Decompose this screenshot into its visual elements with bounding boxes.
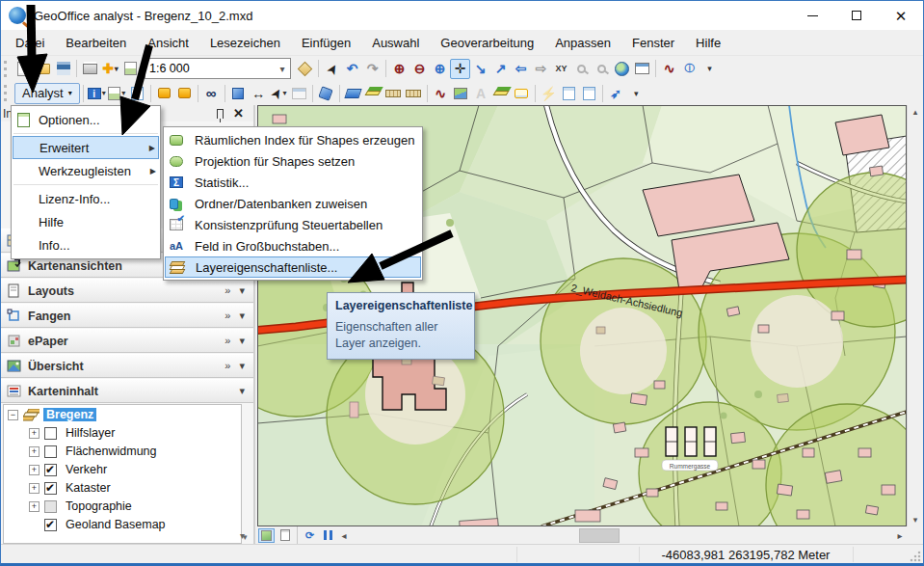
profile-chart-button[interactable]: ∿ bbox=[431, 83, 451, 103]
expander-icon[interactable] bbox=[8, 410, 18, 420]
layer-checkbox[interactable] bbox=[44, 427, 57, 440]
submenu-item-layereigenschaftenliste[interactable]: Layereigenschaftenliste... bbox=[165, 256, 421, 278]
menu-item-werkzeugleisten[interactable]: Werkzeugleisten ▶ bbox=[12, 159, 160, 182]
submenu-item-statistik[interactable]: Σ Statistik... bbox=[164, 172, 422, 193]
submenu-item-projektion[interactable]: Projektion für Shapes setzen bbox=[164, 150, 422, 172]
shape-disabled-button[interactable] bbox=[289, 83, 309, 103]
submenu-item-ordner-datenbanken[interactable]: Ordner/Datenbanken zuweisen bbox=[164, 193, 422, 214]
undo-button[interactable]: ↶ bbox=[342, 59, 362, 79]
tree-label[interactable]: Bregenz bbox=[43, 408, 96, 421]
toolbar-overflow-button[interactable]: ▾ bbox=[700, 59, 720, 79]
measure-ruler2-button[interactable] bbox=[404, 83, 424, 103]
tree-item-hilfslayer[interactable]: Hilfslayer bbox=[4, 424, 241, 442]
pause-drawing-button[interactable] bbox=[320, 528, 336, 543]
lightning-button[interactable]: ⚡ bbox=[539, 83, 559, 103]
submenu-item-grossbuchstaben[interactable]: aA Feld in Großbuchstaben... bbox=[164, 235, 422, 256]
tree-item-bregenz[interactable]: Bregenz bbox=[4, 406, 241, 423]
menu-fenster[interactable]: Fenster bbox=[621, 32, 685, 54]
scrollbar-thumb[interactable] bbox=[579, 528, 620, 543]
bookmark-diamond-button[interactable] bbox=[295, 59, 315, 79]
layer-checkbox[interactable] bbox=[44, 482, 57, 495]
panel-chevrons[interactable]: » ▾ bbox=[224, 335, 248, 347]
full-extent-button[interactable]: ⊕ bbox=[430, 59, 450, 79]
layer-checkbox[interactable] bbox=[44, 464, 57, 476]
menu-lesezeichen[interactable]: Lesezeichen bbox=[199, 32, 291, 54]
measure-ruler-button[interactable] bbox=[383, 83, 404, 103]
menu-datei[interactable]: Datei bbox=[5, 32, 55, 54]
callout-button[interactable] bbox=[512, 83, 532, 103]
title-bar[interactable]: GeoOffice analyst - Bregenz_10_2.mxd ✕ bbox=[1, 1, 923, 30]
pin-icon[interactable] bbox=[217, 109, 224, 119]
form-edit-button[interactable] bbox=[559, 83, 579, 103]
tree-label[interactable]: Kataster bbox=[63, 481, 114, 495]
redo-button[interactable]: ↷ bbox=[362, 59, 383, 79]
save-button[interactable] bbox=[53, 59, 73, 79]
pan-tool-button[interactable]: ✛ bbox=[450, 59, 470, 79]
export-image-button[interactable] bbox=[451, 83, 471, 103]
dock-close-icon[interactable]: ✕ bbox=[233, 106, 244, 121]
globe-button[interactable] bbox=[612, 59, 632, 79]
forward-extent-button[interactable]: ⇨ bbox=[531, 59, 551, 79]
menu-geoverarbeitung[interactable]: Geoverarbeitung bbox=[430, 32, 544, 54]
layer-checkbox[interactable] bbox=[44, 445, 57, 458]
table-page-button[interactable] bbox=[127, 83, 147, 103]
panel-chevrons[interactable]: » ▾ bbox=[224, 310, 248, 322]
expander-icon[interactable] bbox=[29, 465, 40, 475]
measure-button[interactable]: ↔ bbox=[249, 83, 269, 103]
panel-layouts[interactable]: Layouts » ▾ bbox=[1, 279, 253, 303]
tree-label[interactable]: Hilfslayer bbox=[63, 426, 118, 440]
menu-hilfe[interactable]: Hilfe bbox=[685, 32, 731, 54]
submenu-item-raeumlicher-index[interactable]: Räumlichen Index für Shapes erzeugen bbox=[164, 129, 422, 150]
select-arrow-button[interactable]: ➤▾ bbox=[269, 83, 289, 103]
panel-chevrons[interactable]: » ▾ bbox=[224, 284, 248, 297]
expander-icon[interactable] bbox=[29, 446, 40, 457]
zoom-out-button[interactable]: ⊖ bbox=[409, 59, 430, 79]
select-by-shape-button[interactable] bbox=[228, 83, 249, 103]
menu-einfuegen[interactable]: Einfügen bbox=[291, 32, 361, 54]
submenu-item-konsistenzpruefung[interactable]: Konsistenzprüfung Steuertabellen bbox=[164, 214, 422, 235]
scale-combobox[interactable]: ▾ bbox=[145, 58, 291, 79]
analyst-menu-button[interactable]: Analyst ▾ bbox=[14, 83, 80, 104]
refresh-button[interactable]: ⟳ bbox=[302, 528, 318, 543]
scroll-down-icon[interactable]: ▾ bbox=[908, 515, 923, 525]
gem-button[interactable] bbox=[316, 83, 336, 103]
tree-label[interactable]: Geoland Basemap bbox=[63, 518, 169, 531]
toolbar-overflow-button[interactable]: ▾ bbox=[626, 83, 647, 103]
data-view-button[interactable] bbox=[258, 528, 275, 543]
book-button[interactable] bbox=[343, 83, 363, 103]
tree-item-kataster[interactable]: Kataster bbox=[4, 479, 241, 497]
menu-ansicht[interactable]: Ansicht bbox=[137, 32, 199, 54]
expander-icon[interactable] bbox=[29, 501, 40, 512]
panel-epaper[interactable]: ePaper » ▾ bbox=[1, 329, 253, 353]
overview-window-button[interactable] bbox=[592, 59, 612, 79]
expander-icon[interactable] bbox=[29, 483, 40, 494]
minimize-button[interactable] bbox=[790, 1, 834, 30]
toolbar-grip[interactable] bbox=[4, 85, 9, 101]
identify-xy-button[interactable]: ⓘ bbox=[679, 59, 700, 79]
magnifier-window-button[interactable] bbox=[571, 59, 592, 79]
page-layout-button[interactable] bbox=[120, 59, 141, 79]
menu-item-erweitert[interactable]: Erweitert ▶ bbox=[13, 136, 159, 159]
tree-label[interactable]: Topographie bbox=[63, 499, 135, 513]
menu-item-info[interactable]: Info... bbox=[12, 233, 160, 256]
add-data-button[interactable]: ✚▾ bbox=[100, 59, 120, 79]
edit-tool-button[interactable]: ▾ bbox=[107, 83, 127, 103]
zoom-in-button[interactable]: ⊕ bbox=[389, 59, 409, 79]
panel-uebersicht[interactable]: Übersicht » ▾ bbox=[1, 354, 253, 378]
toolbar-grip[interactable] bbox=[4, 61, 9, 77]
tree-scrollbar[interactable]: ▾ bbox=[242, 404, 253, 544]
tree-label[interactable]: Verkehr bbox=[63, 463, 110, 476]
layers-button[interactable] bbox=[363, 83, 383, 103]
back-extent-button[interactable]: ⇦ bbox=[511, 59, 531, 79]
scroll-left-icon[interactable]: ◂ bbox=[337, 530, 351, 541]
print-button[interactable] bbox=[80, 59, 100, 79]
panel-fangen[interactable]: Fangen » ▾ bbox=[1, 304, 253, 328]
layer-checkbox[interactable] bbox=[44, 519, 57, 531]
maximize-button[interactable] bbox=[834, 1, 879, 30]
map-horizontal-scrollbar[interactable]: ⟳ ◂ ▸ bbox=[257, 526, 907, 544]
scroll-right-icon[interactable]: ▸ bbox=[893, 530, 907, 541]
fixed-zoom-in-button[interactable]: ↘ bbox=[470, 59, 490, 79]
scrollbar-track[interactable] bbox=[353, 528, 891, 543]
navigate-button[interactable]: ➶ bbox=[606, 83, 626, 103]
panel-chevrons[interactable]: » ▾ bbox=[224, 360, 248, 372]
